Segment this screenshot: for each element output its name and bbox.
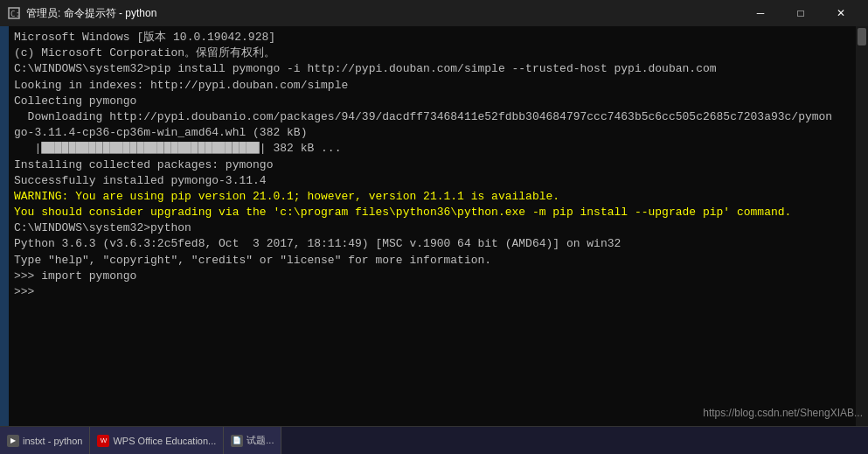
doc-icon: 📄 — [231, 435, 243, 447]
window: C:\ 管理员: 命令提示符 - python ─ □ ✕ Microsoft … — [0, 0, 868, 454]
terminal-line: Python 3.6.3 (v3.6.3:2c5fed8, Oct 3 2017… — [14, 236, 849, 252]
window-icon: C:\ — [7, 6, 21, 20]
terminal-line: |████████████████████████████████| 382 k… — [14, 141, 849, 157]
terminal-line: C:\WINDOWS\system32>pip install pymongo … — [14, 61, 849, 77]
taskbar-items: ▶ instxt - python W WPS Office Education… — [0, 427, 281, 454]
terminal-line: Looking in indexes: http://pypi.douban.c… — [14, 78, 849, 94]
terminal-line: Collecting pymongo — [14, 94, 849, 109]
terminal-line: C:\WINDOWS\system32>python — [14, 220, 849, 236]
minimize-button[interactable]: ─ — [740, 0, 781, 26]
terminal-line: WARNING: You are using pip version 21.0.… — [14, 189, 849, 205]
terminal-line: You should consider upgrading via the 'c… — [14, 205, 849, 220]
terminal-line: Successfully installed pymongo-3.11.4 — [14, 173, 849, 189]
taskbar-item-cmd-label: instxt - python — [23, 436, 82, 446]
terminal-line: >>> import pymongo — [14, 269, 849, 284]
terminal-line: (c) Microsoft Corporation。保留所有权利。 — [14, 45, 849, 61]
taskbar-item-doc-label: 试题... — [247, 434, 274, 447]
taskbar: ▶ instxt - python W WPS Office Education… — [0, 426, 868, 454]
watermark: https://blog.csdn.net/ShengXIAB... — [703, 406, 863, 421]
taskbar-item-doc[interactable]: 📄 试题... — [224, 427, 281, 454]
cmd-icon: ▶ — [7, 435, 19, 447]
terminal-line: Microsoft Windows [版本 10.0.19042.928] — [14, 30, 849, 45]
svg-text:C:\: C:\ — [10, 10, 20, 18]
left-sidebar — [0, 26, 9, 426]
terminal-line: >>> — [14, 284, 849, 300]
terminal-line: Installing collected packages: pymongo — [14, 157, 849, 173]
close-button[interactable]: ✕ — [821, 0, 861, 26]
maximize-button[interactable]: □ — [781, 0, 821, 26]
wps-icon: W — [97, 435, 109, 447]
terminal-line: go-3.11.4-cp36-cp36m-win_amd64.whl (382 … — [14, 125, 849, 141]
window-title: 管理员: 命令提示符 - python — [26, 6, 735, 21]
terminal-content: Microsoft Windows [版本 10.0.19042.928](c)… — [14, 30, 863, 300]
terminal-body[interactable]: Microsoft Windows [版本 10.0.19042.928](c)… — [0, 26, 868, 426]
window-controls: ─ □ ✕ — [740, 0, 861, 26]
scrollbar[interactable] — [856, 26, 868, 426]
terminal-line: Type "help", "copyright", "credits" or "… — [14, 253, 849, 269]
scroll-thumb[interactable] — [858, 28, 866, 45]
terminal-line: Downloading http://pypi.doubanio.com/pac… — [14, 109, 849, 125]
taskbar-item-wps-label: WPS Office Education... — [113, 436, 216, 446]
taskbar-item-wps[interactable]: W WPS Office Education... — [90, 427, 224, 454]
taskbar-item-cmd[interactable]: ▶ instxt - python — [0, 427, 90, 454]
title-bar: C:\ 管理员: 命令提示符 - python ─ □ ✕ — [0, 0, 868, 26]
